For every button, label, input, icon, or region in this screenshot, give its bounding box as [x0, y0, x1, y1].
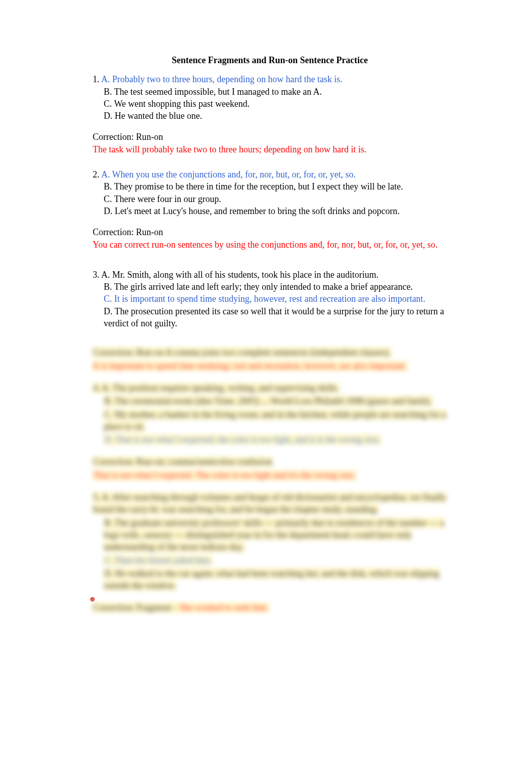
q2-option-c: C. There were four in our group.: [104, 193, 447, 205]
q2-option-b: B. They promise to be there in time for …: [104, 180, 447, 192]
q2-correction-label: Correction: Run-on: [93, 226, 447, 238]
q3-option-a: 3. A. Mr. Smith, along with all of his s…: [93, 269, 447, 281]
hidden-q5-b: B. The graduate university professors' s…: [104, 518, 444, 552]
q2-option-d: D. Let's meet at Lucy's house, and remem…: [104, 205, 447, 217]
q1-block: 1. A. Probably two to three hours, depen…: [93, 73, 447, 122]
hidden-corr4-label: Correction: Run-on; comma/semicolon conf…: [93, 457, 273, 467]
q1-correction-label: Correction: Run-on: [93, 131, 447, 143]
hidden-corr3-label: Correction: Run-on A comma joins two com…: [93, 347, 391, 357]
hidden-q5-a: 5. A. After searching through volumes an…: [93, 492, 446, 514]
hidden-q4-d: D. That is not what I expected; the colo…: [104, 435, 381, 445]
q1-option-c: C. We went shopping this past weekend.: [104, 98, 447, 110]
hidden-q5-c: C. Then his friend called him.: [104, 555, 212, 565]
q2-option-a: 2. A. When you use the conjunctions and,…: [93, 168, 447, 180]
hidden-q4-c: C. My mother, a banker in the living roo…: [104, 410, 446, 432]
hidden-q4-a: 4. A. The position requires speaking, wr…: [93, 383, 340, 393]
q3-number: 3.: [93, 270, 101, 280]
q3-option-d: D. The prosecution presented its case so…: [104, 305, 447, 330]
hidden-corr4-text: That is not what I expected. The color i…: [93, 470, 356, 480]
hidden-q4-b: B. The ceremonial event (dies Trine. 200…: [104, 396, 433, 406]
q3-option-c: C. It is important to spend time studyin…: [104, 293, 447, 305]
hidden-q5-d: D. He walked to the car again; what had …: [104, 568, 439, 591]
q1-number: 1.: [93, 74, 101, 84]
q3-option-b: B. The girls arrived late and left early…: [104, 281, 447, 293]
q1-correction-text: The task will probably take two to three…: [93, 143, 447, 155]
q2-a-text: A. When you use the conjunctions and, fo…: [101, 169, 356, 179]
marker-dot-icon: [90, 597, 95, 602]
hidden-corr5-text: She worked to seek him.: [179, 603, 269, 613]
q3-block: 3. A. Mr. Smith, along with all of his s…: [93, 269, 447, 329]
hidden-corr5-label: Correction: Fragment -: [93, 603, 179, 613]
document-title: Sentence Fragments and Run-on Sentence P…: [93, 54, 447, 66]
q3-a-text: A. Mr. Smith, along with all of his stud…: [101, 270, 378, 280]
hidden-corr3-text: It is important to spend time studying; …: [93, 361, 407, 371]
obscured-content: Correction: Run-on A comma joins two com…: [93, 346, 447, 614]
q1-option-b: B. The test seemed impossible, but I man…: [104, 86, 447, 98]
q1-option-d: D. He wanted the blue one.: [104, 110, 447, 122]
q2-number: 2.: [93, 169, 101, 179]
q2-block: 2. A. When you use the conjunctions and,…: [93, 168, 447, 217]
q1-option-a: 1. A. Probably two to three hours, depen…: [93, 73, 447, 85]
q2-correction-text: You can correct run-on sentences by usin…: [93, 239, 447, 251]
q1-a-text: A. Probably two to three hours, dependin…: [101, 74, 342, 84]
